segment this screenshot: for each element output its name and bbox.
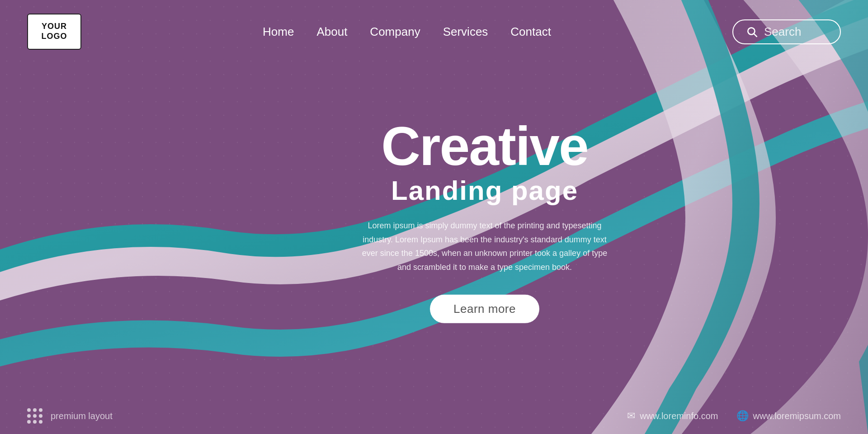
search-icon xyxy=(746,26,758,38)
hero-title-creative: Creative xyxy=(358,119,611,173)
nav-about-link[interactable]: About xyxy=(316,25,347,39)
dot xyxy=(27,408,31,412)
search-bar[interactable] xyxy=(732,19,841,44)
dot xyxy=(33,420,37,424)
nav-services-link[interactable]: Services xyxy=(443,25,488,39)
header: YOUR LOGO Home About Company Services Co… xyxy=(0,0,868,63)
footer-tagline: premium layout xyxy=(51,411,113,421)
hero-description: Lorem ipsum is simply dummy text of the … xyxy=(358,219,611,274)
nav-company-link[interactable]: Company xyxy=(370,25,420,39)
learn-more-button[interactable]: Learn more xyxy=(430,295,539,323)
nav-contact-link[interactable]: Contact xyxy=(510,25,551,39)
main-nav: Home About Company Services Contact xyxy=(263,25,551,39)
footer-left: premium layout xyxy=(27,408,113,424)
dot xyxy=(39,414,42,418)
dot xyxy=(27,420,31,424)
dot xyxy=(27,414,31,418)
footer-web-link[interactable]: 🌐 www.loremipsum.com xyxy=(736,410,841,422)
hero-section: Creative Landing page Lorem ipsum is sim… xyxy=(358,119,611,323)
nav-home-link[interactable]: Home xyxy=(263,25,294,39)
footer-right: ✉ www.loreminfo.com 🌐 www.loremipsum.com xyxy=(627,410,841,422)
hero-title-landing: Landing page xyxy=(358,175,611,206)
globe-icon: 🌐 xyxy=(736,410,749,422)
dots-grid-icon xyxy=(27,408,42,424)
dot xyxy=(39,420,42,424)
svg-line-4 xyxy=(754,34,757,37)
footer-email-link[interactable]: ✉ www.loreminfo.com xyxy=(627,410,718,422)
footer-email-url: www.loreminfo.com xyxy=(640,411,718,421)
dot xyxy=(33,414,37,418)
dot xyxy=(39,408,42,412)
logo-text: YOUR LOGO xyxy=(42,22,67,41)
dot xyxy=(33,408,37,412)
footer: premium layout ✉ www.loreminfo.com 🌐 www… xyxy=(0,398,868,434)
email-icon: ✉ xyxy=(627,410,635,422)
logo[interactable]: YOUR LOGO xyxy=(27,14,81,50)
search-input[interactable] xyxy=(764,25,827,39)
footer-web-url: www.loremipsum.com xyxy=(753,411,841,421)
